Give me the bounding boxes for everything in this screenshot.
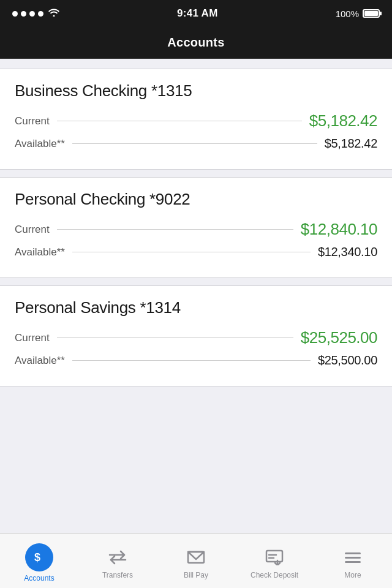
available-amount-0: $5,182.42 [325, 137, 377, 151]
tab-billpay-label: Bill Pay [184, 571, 208, 579]
current-balance-row-1: Current $12,840.10 [15, 220, 377, 239]
battery-icon [363, 9, 380, 18]
available-amount-1: $12,340.10 [318, 245, 377, 259]
transfers-icon [107, 546, 129, 568]
available-balance-row-2: Available** $25,500.00 [15, 353, 377, 368]
accounts-content: Business Checking *1315 Current $5,182.4… [0, 59, 392, 533]
svg-rect-11 [345, 561, 361, 563]
tab-check-deposit[interactable]: Check Deposit [235, 533, 314, 588]
account-card-personal-savings[interactable]: Personal Savings *1314 Current $25,525.0… [0, 285, 392, 386]
status-bar: 9:41 AM 100% [0, 0, 392, 27]
tab-transfers[interactable]: Transfers [78, 533, 157, 588]
svg-rect-9 [345, 552, 361, 554]
battery-percent: 100% [336, 9, 359, 19]
available-label-0: Available** [15, 138, 65, 150]
available-label-1: Available** [15, 246, 65, 258]
tab-transfers-label: Transfers [102, 571, 133, 579]
tab-check-deposit-label: Check Deposit [251, 571, 298, 579]
balance-line-avail-0 [72, 143, 317, 144]
accounts-icon: $ [25, 543, 53, 571]
available-amount-2: $25,500.00 [318, 353, 377, 368]
current-balance-row-2: Current $25,525.00 [15, 328, 377, 347]
available-balance-row-1: Available** $12,340.10 [15, 245, 377, 259]
account-name-0: Business Checking *1315 [15, 81, 377, 100]
tab-accounts-label: Accounts [24, 574, 54, 582]
tab-more-label: More [344, 571, 361, 579]
more-icon [342, 546, 364, 568]
balance-line-0 [57, 121, 302, 121]
billpay-icon [185, 546, 207, 568]
page-title: Accounts [167, 36, 225, 50]
tab-bar: $ Accounts Transfers Bill Pay [0, 533, 392, 588]
tab-accounts[interactable]: $ Accounts [0, 533, 78, 588]
svg-rect-5 [266, 551, 282, 562]
current-balance-row-0: Current $5,182.42 [15, 111, 377, 130]
status-left [12, 8, 59, 19]
balance-line-avail-1 [72, 252, 311, 252]
current-amount-1: $12,840.10 [301, 220, 377, 239]
svg-rect-10 [345, 557, 361, 559]
account-card-business-checking[interactable]: Business Checking *1315 Current $5,182.4… [0, 69, 392, 170]
account-name-1: Personal Checking *9022 [15, 190, 377, 209]
signal-dots [12, 11, 43, 17]
wifi-icon [48, 8, 59, 19]
current-label-2: Current [15, 332, 50, 344]
svg-text:$: $ [34, 551, 40, 564]
account-card-personal-checking[interactable]: Personal Checking *9022 Current $12,840.… [0, 177, 392, 278]
current-amount-0: $5,182.42 [309, 111, 377, 130]
tab-billpay[interactable]: Bill Pay [157, 533, 235, 588]
current-label-1: Current [15, 224, 50, 236]
balance-line-avail-2 [72, 360, 311, 361]
balance-line-2 [57, 337, 293, 338]
current-label-0: Current [15, 115, 50, 127]
nav-bar: Accounts [0, 27, 392, 59]
status-right: 100% [336, 9, 380, 19]
balance-line-1 [57, 229, 293, 230]
available-balance-row-0: Available** $5,182.42 [15, 137, 377, 151]
tab-more[interactable]: More [314, 533, 392, 588]
available-label-2: Available** [15, 355, 65, 367]
current-amount-2: $25,525.00 [301, 328, 377, 347]
status-time: 9:41 AM [177, 7, 218, 20]
check-deposit-icon [263, 546, 285, 568]
account-name-2: Personal Savings *1314 [15, 298, 377, 317]
svg-marker-4 [188, 552, 204, 559]
